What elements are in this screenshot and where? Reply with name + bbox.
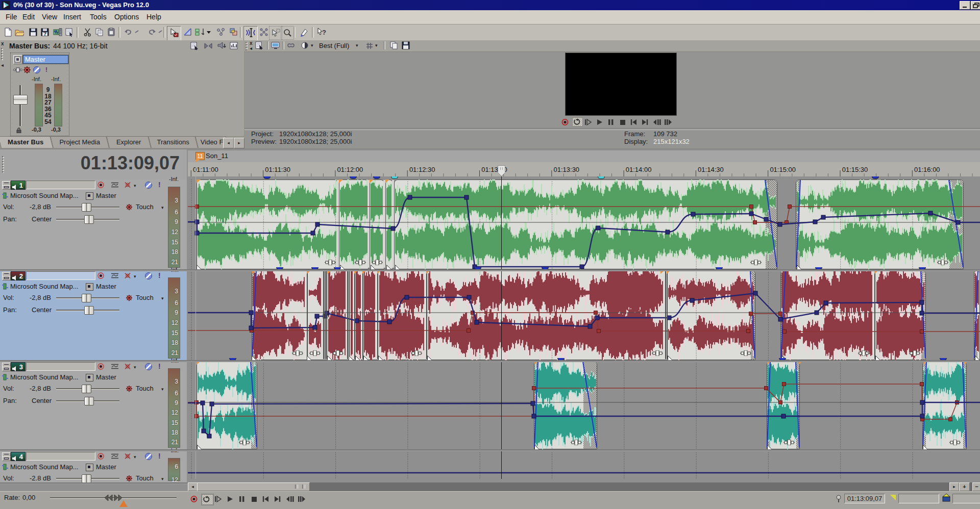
track-name-field[interactable] (26, 271, 95, 280)
track-envelope-button[interactable] (111, 452, 119, 460)
automation-mode[interactable]: Touch (136, 385, 154, 392)
track-device-name[interactable]: Microsoft Sound Map... (10, 192, 79, 199)
mute-button[interactable] (144, 452, 152, 460)
input-routing-icon[interactable] (2, 374, 9, 381)
arm-record-button[interactable] (97, 363, 105, 370)
pan-value[interactable]: Center (32, 215, 52, 223)
track-bus-name[interactable]: Master (96, 373, 116, 381)
selection-length-box[interactable] (952, 494, 980, 503)
next-frame-button-main[interactable] (297, 494, 308, 504)
loop-playback-button-main[interactable] (202, 494, 213, 505)
copy-snapshot-icon[interactable] (389, 41, 399, 50)
undo-icon[interactable] (122, 26, 135, 40)
event-fx-icon[interactable] (783, 438, 795, 444)
event-fx-icon[interactable] (858, 349, 869, 354)
go-to-end-button[interactable] (641, 118, 650, 126)
interactive-tutorials-icon[interactable] (299, 26, 311, 40)
event-fade-handle[interactable] (197, 443, 202, 448)
event-fade-handle[interactable] (371, 263, 376, 268)
event-fade-handle[interactable] (797, 263, 802, 268)
track-header-2[interactable]: 2▾!36912151821-Inf.Microsoft Sound Map..… (0, 270, 187, 360)
zoom-in-button[interactable]: + (959, 482, 970, 491)
mute-button[interactable] (144, 272, 152, 279)
automation-gear-icon[interactable] (126, 294, 133, 301)
insert-fx-icon[interactable] (13, 66, 21, 74)
vol-slider-handle[interactable] (82, 474, 91, 483)
bus-assign-button[interactable] (86, 192, 93, 200)
menu-tools[interactable]: Tools (89, 10, 108, 23)
event-fx-icon[interactable] (937, 258, 948, 264)
pan-value[interactable]: Center (32, 397, 52, 404)
track-bus-name[interactable]: Master (96, 192, 116, 199)
marker-tag[interactable]: 11 (195, 152, 205, 160)
event-fx-icon[interactable] (292, 349, 303, 354)
track-fx-button[interactable] (124, 363, 132, 370)
previous-frame-button-main[interactable] (285, 494, 296, 504)
time-ruler[interactable]: 01:11:0001:11:3001:12:0001:12:3001:13:00… (188, 162, 980, 177)
menu-help[interactable]: Help (145, 10, 162, 23)
vol-value[interactable]: -2,8 dB (30, 294, 51, 301)
event-fade-handle[interactable] (923, 443, 928, 448)
automation-drop-arrow[interactable]: ▾ (161, 205, 164, 210)
go-to-end-button-main[interactable] (273, 494, 284, 504)
go-to-start-button-main[interactable] (261, 494, 272, 504)
play-button[interactable] (595, 118, 605, 126)
automation-drop-arrow[interactable]: ▾ (161, 296, 164, 301)
automation-gear-icon[interactable] (126, 474, 133, 481)
mute-button[interactable] (144, 181, 152, 189)
tab-project-media[interactable]: Project Media (50, 136, 109, 148)
track-number-box[interactable]: 1 (11, 181, 26, 190)
event-fade-handle[interactable] (378, 353, 383, 359)
rate-value[interactable]: 0,00 (22, 494, 35, 501)
render-as-icon[interactable] (52, 26, 64, 40)
timeline-hscrollbar[interactable]: ◂▸+− (188, 482, 980, 491)
pan-slider-handle[interactable] (84, 397, 94, 405)
track-number-box[interactable]: 4 (11, 452, 26, 461)
bus-name-field[interactable]: Master (23, 55, 68, 64)
menu-file[interactable]: File (5, 10, 18, 23)
track-separator[interactable] (0, 269, 980, 271)
fx-drop-arrow[interactable]: ▾ (134, 274, 136, 279)
track-name-field[interactable] (26, 362, 95, 371)
copy-icon[interactable] (93, 26, 106, 40)
event-fx-icon[interactable] (652, 349, 663, 354)
bus-view-button[interactable] (13, 55, 22, 64)
vol-slider-handle[interactable] (82, 203, 91, 212)
track-device-name[interactable]: Microsoft Sound Map... (10, 283, 79, 290)
automation-mode[interactable]: Touch (136, 203, 154, 211)
track-number-box[interactable]: 3 (11, 362, 26, 371)
undo-drop-icon[interactable] (134, 26, 140, 40)
lock-envelopes-icon[interactable] (215, 26, 227, 40)
bus-assign-button[interactable] (86, 374, 93, 381)
dock-grip[interactable] (1, 47, 5, 61)
play-button-main[interactable] (226, 494, 236, 504)
automation-mode[interactable]: Touch (136, 474, 154, 482)
track-restore-button[interactable] (2, 276, 11, 281)
event-fx-icon[interactable] (332, 349, 344, 354)
track-fx-button[interactable] (124, 452, 132, 460)
grid-drop-arrow[interactable]: ▾ (375, 43, 378, 48)
event-fx-icon[interactable] (325, 258, 336, 264)
solo-button[interactable]: ! (158, 181, 162, 189)
arm-record-button[interactable] (97, 181, 105, 189)
hscroll-left-button[interactable]: ◂ (188, 482, 198, 491)
tab-transitions[interactable]: Transitions (148, 136, 198, 148)
vol-value[interactable]: -2.8 dB (30, 474, 51, 482)
dock-collapse-button[interactable]: ◂ (1, 63, 4, 67)
dim-output-icon[interactable] (217, 42, 227, 50)
tab-explorer[interactable]: Explorer (106, 136, 151, 148)
track-fx-button[interactable] (124, 272, 132, 279)
vol-slider-handle[interactable] (82, 385, 91, 393)
properties-icon[interactable]: ? (39, 26, 51, 40)
vol-value[interactable]: -2,8 dB (30, 203, 51, 211)
automation-settings-icon[interactable] (23, 66, 31, 74)
quality-drop-arrow[interactable]: ▾ (311, 43, 313, 48)
pan-value[interactable]: Center (32, 306, 52, 314)
event-fx-icon[interactable] (571, 438, 582, 444)
quality-drop-arrow2[interactable]: ▾ (356, 43, 358, 48)
track-envelope-button[interactable] (111, 363, 119, 370)
selection-tool-icon[interactable] (193, 26, 206, 40)
mute-button[interactable] (144, 363, 152, 370)
solo-button[interactable]: ! (158, 362, 162, 370)
arm-record-button[interactable] (97, 452, 105, 460)
